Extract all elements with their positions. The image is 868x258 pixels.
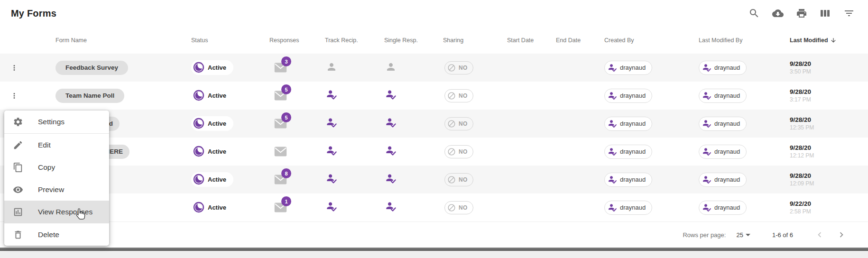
created-by-chip: draynaud (604, 117, 652, 131)
bar-chart-icon (13, 207, 23, 217)
user-check-icon (702, 147, 711, 157)
sort-desc-icon (830, 37, 837, 44)
pencil-icon (13, 140, 23, 150)
row-menu-button[interactable] (9, 62, 20, 74)
responses-button[interactable]: 1 (274, 203, 287, 214)
responses-button[interactable]: 8 (274, 175, 287, 186)
copy-icon (13, 162, 23, 173)
column-header-track-recip[interactable]: Track Recip. (324, 37, 383, 44)
status-active-icon (193, 62, 204, 73)
single-response-toggle[interactable] (385, 201, 397, 212)
created-by-chip: draynaud (604, 173, 652, 187)
column-header-start-date[interactable]: Start Date (507, 37, 556, 44)
track-recipients-toggle[interactable] (326, 89, 337, 101)
sharing-badge[interactable]: NO (444, 173, 473, 186)
user-check-icon (702, 119, 711, 129)
single-response-on-icon (385, 89, 397, 101)
view-columns-button[interactable] (819, 7, 832, 20)
last-modified-time: 3:50 PM (790, 68, 868, 75)
track-recipients-on-icon (326, 89, 337, 101)
envelope-icon (274, 147, 287, 157)
column-header-responses[interactable]: Responses (266, 37, 324, 44)
responses-button[interactable]: 3 (274, 63, 287, 74)
status-badge[interactable]: Active (191, 172, 233, 187)
user-check-icon (702, 63, 711, 73)
status-badge[interactable]: Active (191, 60, 233, 75)
responses-button[interactable] (274, 147, 287, 158)
column-header-sharing[interactable]: Sharing (441, 37, 507, 44)
cloud-download-icon (772, 8, 784, 19)
last-modified-date: 9/28/20 (790, 144, 868, 152)
track-recipients-toggle[interactable] (326, 201, 337, 212)
responses-button[interactable]: 5 (274, 91, 287, 102)
last-modified-date: 9/28/20 (790, 172, 868, 180)
track-recipients-off-icon (326, 61, 337, 73)
rows-per-page-select[interactable]: 25 (736, 231, 750, 239)
status-badge[interactable]: Active (191, 200, 233, 215)
last-modified-by-chip: draynaud (699, 145, 747, 159)
track-recipients-toggle[interactable] (326, 173, 337, 184)
menu-item-view-responses[interactable]: View Responses (4, 201, 109, 223)
track-recipients-toggle[interactable] (326, 145, 337, 157)
column-header-status[interactable]: Status (191, 37, 266, 44)
form-name-chip[interactable]: Feedback Survey (55, 61, 128, 75)
last-modified-time: 12:35 PM (790, 124, 868, 131)
created-by-chip: draynaud (604, 89, 652, 103)
single-response-toggle[interactable] (385, 89, 397, 101)
last-modified-by-chip: draynaud (699, 201, 747, 215)
column-header-form-name[interactable]: Form Name (54, 37, 191, 44)
chevron-left-icon (814, 230, 825, 240)
my-forms-page: My Forms Form Name Status Responses Trac… (0, 0, 868, 258)
track-recipients-toggle[interactable] (326, 61, 337, 73)
cloud-download-button[interactable] (771, 7, 785, 20)
view-columns-icon (820, 8, 831, 19)
menu-item-settings[interactable]: Settings (4, 111, 109, 133)
status-badge[interactable]: Active (191, 144, 233, 159)
search-button[interactable] (748, 7, 761, 20)
row-context-menu: SettingsEditCopyPreviewView ResponsesDel… (4, 111, 109, 246)
menu-item-delete[interactable]: Delete (4, 223, 109, 246)
track-recipients-on-icon (326, 117, 337, 129)
next-page-button[interactable] (835, 228, 848, 241)
sharing-badge[interactable]: NO (444, 61, 473, 74)
menu-item-preview[interactable]: Preview (4, 178, 109, 201)
pagination-bar: Rows per page: 25 1-6 of 6 (0, 221, 868, 248)
column-header-end-date[interactable]: End Date (556, 37, 603, 44)
status-active-icon (193, 90, 204, 101)
sharing-badge[interactable]: NO (444, 201, 473, 214)
form-name-chip[interactable]: Team Name Poll (55, 89, 124, 103)
last-modified-date: 9/28/20 (790, 116, 868, 124)
single-response-toggle[interactable] (385, 117, 397, 129)
menu-item-copy[interactable]: Copy (4, 156, 109, 178)
track-recipients-toggle[interactable] (326, 117, 337, 129)
status-badge[interactable]: Active (191, 116, 233, 131)
single-response-toggle[interactable] (385, 61, 397, 73)
responses-button[interactable]: 5 (274, 119, 287, 130)
last-modified-by-chip: draynaud (699, 61, 747, 75)
single-response-on-icon (385, 173, 397, 184)
status-badge[interactable]: Active (191, 88, 233, 103)
status-active-icon (193, 118, 204, 129)
column-header-single-resp[interactable]: Single Resp. (383, 37, 441, 44)
single-response-toggle[interactable] (385, 173, 397, 184)
filter-list-button[interactable] (842, 7, 856, 20)
block-icon (447, 120, 456, 128)
last-modified-time: 12:09 PM (790, 180, 868, 187)
column-header-created-by[interactable]: Created By (603, 37, 696, 44)
single-response-toggle[interactable] (385, 145, 397, 157)
column-header-last-modified[interactable]: Last Modified (787, 37, 868, 44)
eye-icon (13, 184, 23, 195)
menu-item-edit[interactable]: Edit (4, 134, 109, 156)
table-header-row: Form Name Status Responses Track Recip. … (0, 27, 868, 54)
column-header-last-modified-by[interactable]: Last Modified By (696, 37, 787, 44)
sharing-badge[interactable]: NO (444, 117, 473, 130)
previous-page-button[interactable] (813, 228, 826, 241)
block-icon (447, 92, 456, 100)
sharing-badge[interactable]: NO (444, 145, 473, 158)
row-menu-button[interactable] (9, 90, 20, 101)
user-check-icon (608, 175, 617, 184)
gear-icon (13, 117, 23, 127)
sharing-badge[interactable]: NO (444, 89, 473, 102)
window-bottom-edge (0, 248, 868, 251)
print-button[interactable] (795, 7, 808, 20)
